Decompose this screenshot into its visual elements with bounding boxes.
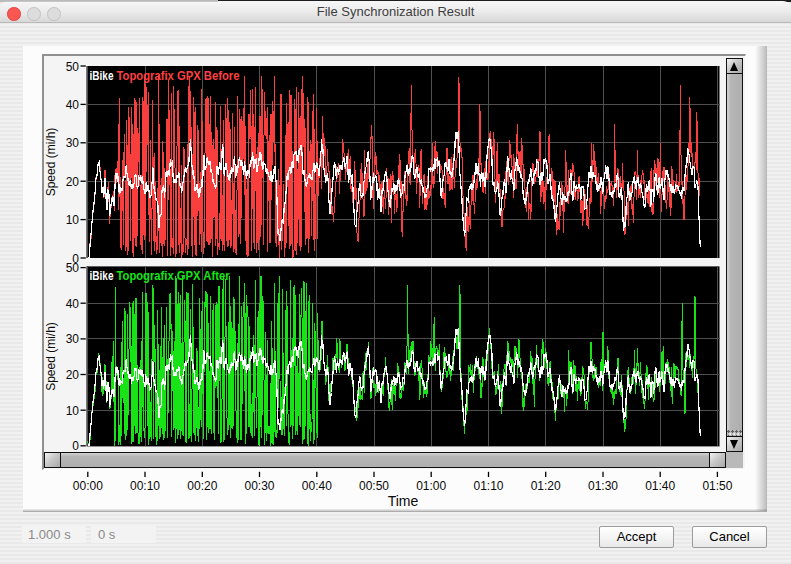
svg-text:50: 50	[66, 261, 80, 275]
svg-text:00:00: 00:00	[73, 479, 103, 493]
svg-text:01:10: 01:10	[473, 479, 503, 493]
svg-text:Time: Time	[388, 493, 419, 509]
svg-text:01:00: 01:00	[416, 479, 446, 493]
svg-text:01:50: 01:50	[702, 479, 732, 493]
svg-text:Speed (mi/h): Speed (mi/h)	[44, 128, 58, 197]
svg-text:20: 20	[66, 368, 80, 382]
svg-text:Speed (mi/h): Speed (mi/h)	[44, 322, 58, 391]
svg-text:30: 30	[66, 136, 80, 150]
svg-text:Topografix GPX After: Topografix GPX After	[117, 269, 230, 283]
svg-text:40: 40	[66, 297, 80, 311]
svg-text:00:20: 00:20	[187, 479, 217, 493]
svg-text:30: 30	[66, 332, 80, 346]
svg-text:01:20: 01:20	[531, 479, 561, 493]
svg-text:00:30: 00:30	[244, 479, 274, 493]
svg-text:01:40: 01:40	[645, 479, 675, 493]
svg-text:00:50: 00:50	[359, 479, 389, 493]
svg-text:50: 50	[66, 60, 80, 74]
svg-text:00:10: 00:10	[130, 479, 160, 493]
svg-text:Topografix GPX Before: Topografix GPX Before	[117, 69, 240, 83]
svg-text:0: 0	[72, 439, 79, 453]
svg-text:10: 10	[66, 213, 80, 227]
svg-text:40: 40	[66, 98, 80, 112]
svg-text:iBike: iBike	[90, 69, 114, 83]
svg-text:00:40: 00:40	[302, 479, 332, 493]
svg-text:10: 10	[66, 404, 80, 418]
svg-text:iBike: iBike	[90, 269, 114, 283]
svg-text:01:30: 01:30	[588, 479, 618, 493]
svg-text:20: 20	[66, 175, 80, 189]
